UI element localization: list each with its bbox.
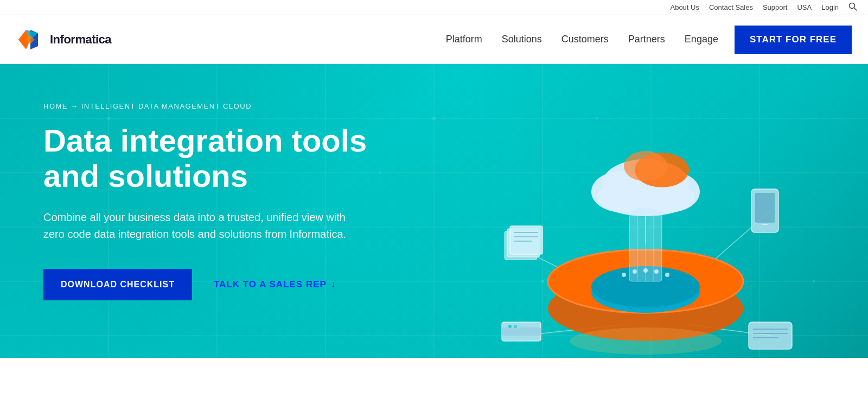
hero-illustration [477,75,814,358]
svg-point-43 [665,273,669,277]
logo-icon [16,26,44,54]
logo-text: Informatica [50,33,111,47]
start-for-free-button[interactable]: START FOR FREE [735,26,852,54]
svg-rect-64 [502,327,541,336]
nav-customers[interactable]: Customers [561,34,609,45]
logo-link[interactable]: Informatica [16,26,111,54]
talk-to-sales-link[interactable]: TALK TO A SALES REP ↓ [214,279,336,290]
nav-engage[interactable]: Engage [685,34,718,45]
nav-solutions[interactable]: Solutions [502,34,542,45]
main-nav: Informatica Platform Solutions Customers… [0,15,868,64]
hero-subtitle: Combine all your business data into a tr… [43,209,358,243]
svg-point-66 [514,325,517,328]
download-checklist-button[interactable]: DOWNLOAD CHECKLIST [43,269,192,300]
svg-rect-67 [749,322,792,349]
nav-platform[interactable]: Platform [446,34,482,45]
hero-section: HOME → INTELLIGENT DATA MANAGEMENT CLOUD… [0,64,868,358]
region-selector[interactable]: USA [797,3,812,11]
about-us-link[interactable]: About Us [670,3,699,11]
login-link[interactable]: Login [821,3,839,11]
support-link[interactable]: Support [763,3,788,11]
hero-title: Data integration tools and solutions [43,123,423,194]
hero-buttons: DOWNLOAD CHECKLIST TALK TO A SALES REP ↓ [43,269,423,300]
svg-rect-61 [755,193,775,223]
utility-bar: About Us Contact Sales Support USA Login [0,0,868,15]
svg-point-71 [570,327,722,355]
svg-line-1 [854,8,857,11]
breadcrumb: HOME → INTELLIGENT DATA MANAGEMENT CLOUD [43,102,423,110]
contact-sales-link[interactable]: Contact Sales [709,3,753,11]
nav-partners[interactable]: Partners [628,34,665,45]
search-icon[interactable] [848,2,857,12]
svg-point-65 [508,325,512,328]
svg-point-53 [624,151,667,181]
svg-rect-56 [510,226,542,254]
hero-left-content: HOME → INTELLIGENT DATA MANAGEMENT CLOUD… [43,91,423,300]
svg-point-39 [622,273,626,277]
nav-links: Platform Solutions Customers Partners En… [446,34,718,45]
hero-illustration-area [423,91,825,358]
